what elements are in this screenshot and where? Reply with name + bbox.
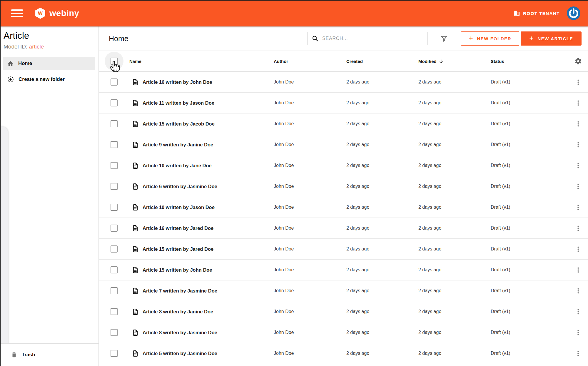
row-checkbox[interactable] <box>111 266 118 273</box>
column-header-name[interactable]: Name <box>129 59 274 64</box>
trash-item[interactable]: Trash <box>0 343 98 366</box>
table-row[interactable]: Article 15 written by Jacob Doe John Doe… <box>99 113 588 134</box>
row-author: John Doe <box>274 288 346 293</box>
row-title[interactable]: Article 5 written by Jasmine Doe <box>143 351 217 356</box>
table-row[interactable]: Article 16 written by Jared Doe John Doe… <box>99 218 588 239</box>
table-row[interactable]: Article 15 written by John Doe John Doe … <box>99 260 588 280</box>
row-menu-button[interactable] <box>574 287 582 295</box>
row-title[interactable]: Article 11 written by Jason Doe <box>143 100 214 106</box>
row-status: Draft (v1) <box>491 184 568 189</box>
row-checkbox[interactable] <box>111 329 118 336</box>
document-icon <box>132 329 139 336</box>
search-input[interactable] <box>322 36 424 41</box>
table-row[interactable]: Article 11 written by Jason Doe John Doe… <box>99 93 588 113</box>
row-menu-button[interactable] <box>574 308 582 315</box>
row-title[interactable]: Article 8 written by Janine Doe <box>143 309 213 315</box>
row-checkbox[interactable] <box>111 350 118 357</box>
row-created: 2 days ago <box>346 309 418 314</box>
tenant-label: ROOT TENANT <box>523 11 560 16</box>
row-checkbox[interactable] <box>111 120 118 127</box>
kebab-menu-icon <box>574 266 582 274</box>
sidebar-item-home[interactable]: Home <box>3 57 95 70</box>
trash-icon <box>11 352 17 358</box>
row-title[interactable]: Article 7 written by Jasmine Doe <box>143 288 217 294</box>
row-created: 2 days ago <box>346 100 418 106</box>
select-all-checkbox[interactable] <box>111 58 118 65</box>
row-modified: 2 days ago <box>418 79 491 85</box>
row-checkbox[interactable] <box>111 78 118 86</box>
row-title[interactable]: Article 15 written by Jacob Doe <box>143 121 215 127</box>
row-menu-button[interactable] <box>574 245 582 253</box>
row-checkbox[interactable] <box>111 245 118 253</box>
row-title[interactable]: Article 8 written by Jasmine Doe <box>143 330 217 335</box>
row-modified: 2 days ago <box>418 184 491 189</box>
row-menu-button[interactable] <box>574 204 582 211</box>
column-header-modified[interactable]: Modified <box>418 59 491 64</box>
row-checkbox[interactable] <box>111 225 118 232</box>
filter-button[interactable] <box>440 35 448 43</box>
row-created: 2 days ago <box>346 163 418 168</box>
row-title[interactable]: Article 10 written by Jason Doe <box>143 205 215 210</box>
row-title[interactable]: Article 10 written by Jane Doe <box>143 163 212 168</box>
row-title[interactable]: Article 6 written by Jasmine Doe <box>143 184 217 189</box>
row-checkbox[interactable] <box>111 204 118 211</box>
row-menu-button[interactable] <box>574 329 582 336</box>
row-menu-button[interactable] <box>574 120 582 128</box>
table-row[interactable]: Article 15 written by Jared Doe John Doe… <box>99 239 588 260</box>
document-icon <box>132 183 139 190</box>
table-row[interactable]: Article 8 written by Janine Doe John Doe… <box>99 301 588 322</box>
row-menu-button[interactable] <box>574 162 582 169</box>
column-header-status[interactable]: Status <box>491 59 568 64</box>
kebab-menu-icon <box>574 329 582 336</box>
hamburger-menu-icon[interactable] <box>11 9 24 18</box>
building-icon <box>514 10 520 16</box>
tenant-selector[interactable]: ROOT TENANT <box>514 10 560 16</box>
row-menu-button[interactable] <box>574 225 582 232</box>
row-title[interactable]: Article 15 written by Jared Doe <box>143 246 213 252</box>
table-row[interactable]: Article 5 written by Jasmine Doe John Do… <box>99 343 588 364</box>
row-menu-button[interactable] <box>574 99 582 107</box>
row-status: Draft (v1) <box>491 142 568 147</box>
row-status: Draft (v1) <box>491 309 568 314</box>
row-checkbox[interactable] <box>111 183 118 190</box>
row-modified: 2 days ago <box>418 142 491 147</box>
row-checkbox[interactable] <box>111 287 118 294</box>
table-row[interactable]: Article 10 written by Jane Doe John Doe … <box>99 155 588 176</box>
row-checkbox[interactable] <box>111 162 118 169</box>
create-folder-item[interactable]: Create a new folder <box>3 73 95 86</box>
row-checkbox[interactable] <box>111 141 118 148</box>
user-avatar[interactable] <box>566 6 581 21</box>
new-folder-button[interactable]: + NEW FOLDER <box>461 31 519 46</box>
row-checkbox[interactable] <box>111 99 118 106</box>
model-id: Model ID: article <box>4 44 95 50</box>
table-row[interactable]: Article 6 written by Jasmine Doe John Do… <box>99 176 588 197</box>
webiny-logo: W webiny <box>35 7 79 19</box>
column-header-author[interactable]: Author <box>274 59 346 64</box>
row-menu-button[interactable] <box>574 350 582 357</box>
row-checkbox[interactable] <box>111 308 118 315</box>
row-menu-button[interactable] <box>574 266 582 274</box>
webiny-hexagon-icon: W <box>35 7 46 19</box>
new-article-button[interactable]: + NEW ARTICLE <box>521 31 582 46</box>
row-modified: 2 days ago <box>418 246 491 252</box>
table-row[interactable]: Article 7 written by Jasmine Doe John Do… <box>99 280 588 301</box>
row-title[interactable]: Article 9 written by Janine Doe <box>143 142 213 148</box>
kebab-menu-icon <box>574 162 582 169</box>
document-icon <box>132 78 139 86</box>
row-title[interactable]: Article 16 written by Jared Doe <box>143 225 213 231</box>
row-title[interactable]: Article 15 written by John Doe <box>143 267 212 273</box>
table-body: Article 16 written by John Doe John Doe … <box>99 72 588 364</box>
column-header-created[interactable]: Created <box>346 59 418 64</box>
table-header: Name Author Created Modified Status <box>99 51 588 72</box>
row-created: 2 days ago <box>346 184 418 189</box>
row-title[interactable]: Article 16 written by John Doe <box>143 79 212 85</box>
table-row[interactable]: Article 16 written by John Doe John Doe … <box>99 72 588 93</box>
row-menu-button[interactable] <box>574 78 582 86</box>
table-row[interactable]: Article 8 written by Jasmine Doe John Do… <box>99 322 588 343</box>
row-menu-button[interactable] <box>574 141 582 148</box>
table-settings-button[interactable] <box>574 58 582 65</box>
table-row[interactable]: Article 9 written by Janine Doe John Doe… <box>99 134 588 155</box>
row-menu-button[interactable] <box>574 183 582 190</box>
table-row[interactable]: Article 10 written by Jason Doe John Doe… <box>99 197 588 218</box>
model-id-value[interactable]: article <box>29 44 44 50</box>
